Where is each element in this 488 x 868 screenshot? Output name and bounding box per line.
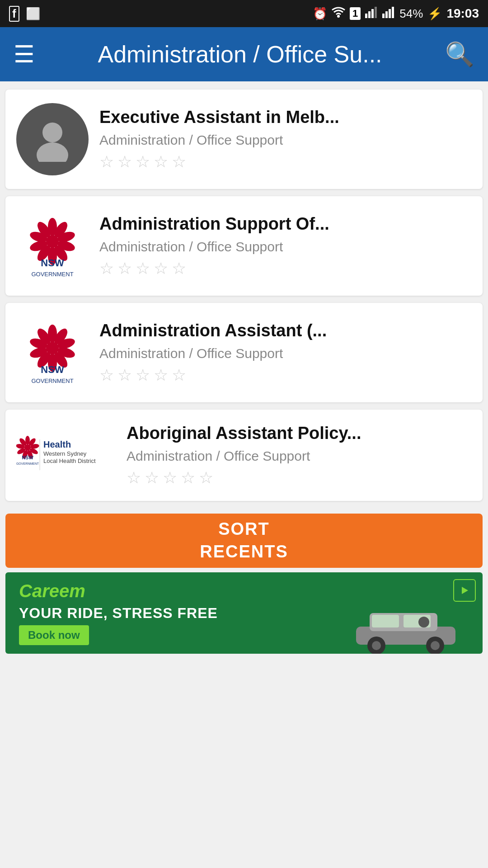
svg-text:NSW: NSW	[22, 455, 33, 460]
svg-rect-4	[375, 7, 377, 18]
star-4-3[interactable]: ☆	[163, 468, 177, 487]
star-3-3[interactable]: ☆	[136, 366, 150, 385]
svg-point-61	[418, 617, 429, 627]
sort-recents-button[interactable]: SORT RECENTS	[5, 514, 483, 568]
star-4-4[interactable]: ☆	[181, 468, 195, 487]
job-card-2[interactable]: NSW GOVERNMENT Administration Support Of…	[5, 196, 483, 296]
ad-tagline: YOUR RIDE, STRESS FREE	[19, 605, 218, 622]
job-card-3[interactable]: NSW GOVERNMENT Administration Assistant …	[5, 303, 483, 402]
ad-content: Careem YOUR RIDE, STRESS FREE Book now	[19, 581, 218, 645]
job-category-2: Administration / Office Support	[99, 239, 472, 255]
job-title-2: Administration Support Of...	[99, 214, 472, 235]
ad-cta-button[interactable]: Book now	[19, 625, 89, 645]
svg-text:Health: Health	[43, 439, 71, 449]
status-bar-left-icons: f ⬜	[9, 6, 40, 22]
sort-label-line2: RECENTS	[200, 541, 288, 563]
star-3-4[interactable]: ☆	[154, 366, 168, 385]
clock-time: 19:03	[446, 6, 479, 21]
signal-bars-icon	[382, 6, 395, 21]
status-bar: f ⬜ ⏰ 1 54% ⚡ 19:03	[0, 0, 488, 27]
svg-rect-55	[372, 615, 399, 627]
svg-point-34	[46, 342, 59, 354]
star-4-1[interactable]: ☆	[127, 468, 141, 487]
svg-point-9	[42, 123, 62, 142]
svg-point-60	[431, 641, 440, 650]
facebook-icon: f	[9, 6, 19, 22]
job-category-4: Administration / Office Support	[127, 448, 472, 464]
ad-banner[interactable]: Careem YOUR RIDE, STRESS FREE Book now	[5, 572, 483, 654]
star-4-5[interactable]: ☆	[199, 468, 213, 487]
job-category-1: Administration / Office Support	[99, 132, 472, 148]
job-logo-4: NSW GOVERNMENT Health Western Sydney Loc…	[16, 428, 116, 482]
star-3-2[interactable]: ☆	[117, 366, 132, 385]
svg-rect-6	[385, 11, 388, 18]
svg-point-10	[37, 142, 68, 162]
job-card-4[interactable]: NSW GOVERNMENT Health Western Sydney Loc…	[5, 410, 483, 501]
job-info-4: Aboriginal Assistant Policy... Administr…	[127, 423, 472, 487]
alarm-icon: ⏰	[313, 7, 327, 21]
signal-icon	[365, 6, 378, 21]
svg-rect-2	[368, 11, 371, 18]
star-2-3[interactable]: ☆	[136, 259, 150, 278]
star-1-4[interactable]: ☆	[154, 152, 168, 171]
job-info-2: Administration Support Of... Administrat…	[99, 214, 472, 278]
svg-rect-1	[365, 14, 367, 18]
sort-label-line1: SORT	[218, 518, 270, 540]
star-4-2[interactable]: ☆	[145, 468, 159, 487]
svg-text:NSW: NSW	[41, 364, 64, 375]
job-logo-2: NSW GOVERNMENT	[16, 210, 89, 282]
job-stars-4[interactable]: ☆ ☆ ☆ ☆ ☆	[127, 468, 472, 487]
svg-rect-5	[382, 14, 385, 18]
ad-play-icon	[453, 579, 476, 602]
star-1-1[interactable]: ☆	[99, 152, 114, 171]
svg-point-58	[372, 641, 381, 650]
page-title: Administration / Office Su...	[35, 41, 445, 68]
svg-text:GOVERNMENT: GOVERNMENT	[31, 271, 73, 278]
job-info-1: Executive Assistant in Melb... Administr…	[99, 107, 472, 171]
star-2-5[interactable]: ☆	[172, 259, 186, 278]
svg-rect-7	[389, 9, 391, 18]
job-card-1[interactable]: Executive Assistant in Melb... Administr…	[5, 90, 483, 189]
star-3-5[interactable]: ☆	[172, 366, 186, 385]
ad-image	[343, 581, 469, 654]
svg-text:GOVERNMENT: GOVERNMENT	[31, 377, 73, 384]
svg-rect-8	[392, 7, 394, 18]
svg-point-21	[46, 235, 59, 248]
star-1-3[interactable]: ☆	[136, 152, 150, 171]
job-stars-2[interactable]: ☆ ☆ ☆ ☆ ☆	[99, 259, 472, 278]
job-info-3: Administration Assistant (... Administra…	[99, 321, 472, 385]
star-2-4[interactable]: ☆	[154, 259, 168, 278]
star-3-1[interactable]: ☆	[99, 366, 114, 385]
job-stars-3[interactable]: ☆ ☆ ☆ ☆ ☆	[99, 366, 472, 385]
star-1-5[interactable]: ☆	[172, 152, 186, 171]
job-category-3: Administration / Office Support	[99, 346, 472, 361]
battery-icon: ⚡	[427, 7, 442, 21]
job-logo-1	[16, 103, 89, 175]
star-2-2[interactable]: ☆	[117, 259, 132, 278]
job-title-4: Aboriginal Assistant Policy...	[127, 423, 472, 444]
svg-text:Western Sydney: Western Sydney	[43, 450, 87, 457]
svg-point-46	[24, 444, 31, 451]
job-logo-3: NSW GOVERNMENT	[16, 316, 89, 389]
battery-percent: 54%	[399, 7, 423, 21]
star-1-2[interactable]: ☆	[117, 152, 132, 171]
svg-text:Local Health District: Local Health District	[43, 458, 96, 464]
svg-point-0	[337, 15, 340, 18]
svg-text:GOVERNMENT: GOVERNMENT	[16, 462, 39, 465]
svg-marker-62	[462, 587, 468, 594]
job-title-3: Administration Assistant (...	[99, 321, 472, 341]
status-bar-right-icons: ⏰ 1 54% ⚡ 19:03	[313, 6, 479, 21]
hamburger-menu-button[interactable]: ☰	[14, 41, 35, 68]
job-title-1: Executive Assistant in Melb...	[99, 107, 472, 128]
search-button[interactable]: 🔍	[445, 41, 474, 68]
ad-brand: Careem	[19, 581, 218, 601]
wifi-icon	[332, 6, 345, 21]
image-icon: ⬜	[26, 7, 40, 21]
svg-text:NSW: NSW	[41, 257, 64, 269]
job-list: Executive Assistant in Melb... Administr…	[0, 81, 488, 509]
top-nav-bar: ☰ Administration / Office Su... 🔍	[0, 27, 488, 81]
svg-rect-3	[371, 9, 374, 18]
job-stars-1[interactable]: ☆ ☆ ☆ ☆ ☆	[99, 152, 472, 171]
star-2-1[interactable]: ☆	[99, 259, 114, 278]
notification-badge-icon: 1	[350, 7, 361, 20]
